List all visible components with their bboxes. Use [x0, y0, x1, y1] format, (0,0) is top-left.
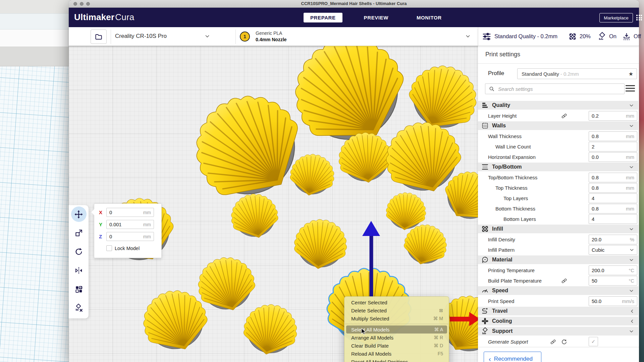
material-name: Generic PLA	[256, 30, 287, 37]
profile-sliders-icon	[482, 32, 492, 42]
menu-item-reload-all-models[interactable]: Reload All ModelsF5	[346, 350, 447, 358]
setting-row-wall-line-count: Wall Line Count2	[478, 142, 639, 152]
section-travel[interactable]: Travel	[478, 307, 638, 315]
axis-x-label: X	[99, 209, 106, 215]
scale-tool[interactable]	[71, 225, 87, 241]
model-shell[interactable]	[240, 300, 301, 359]
print-settings-summary[interactable]: Standard Quality - 0.2mm 20% On Off	[478, 27, 639, 46]
star-icon[interactable]: ★	[629, 71, 633, 77]
axis-z-input[interactable]: 0mm	[106, 232, 154, 241]
profile-dropdown[interactable]: Standard Quality - 0.2mm ★	[517, 68, 637, 79]
model-shell[interactable]	[287, 151, 338, 199]
section-quality[interactable]: Quality	[478, 101, 638, 110]
setting-input[interactable]: 0.2mm	[589, 111, 637, 121]
section-support[interactable]: Support	[478, 327, 638, 336]
per-model-icon	[74, 285, 83, 294]
section-material[interactable]: Material	[478, 255, 638, 264]
background-band	[0, 47, 70, 66]
apps-grid-icon[interactable]	[636, 15, 642, 20]
setting-input[interactable]: 50°C	[589, 276, 637, 286]
move-icon	[74, 210, 83, 219]
rotate-tool[interactable]	[71, 244, 87, 259]
menu-item-reset-all-model-positions[interactable]: Reset All Model Positions	[346, 358, 447, 362]
app-logo: UltimakerCura	[74, 12, 134, 22]
chevron-left-icon	[630, 309, 634, 314]
mirror-tool[interactable]	[71, 263, 87, 278]
menu-item-center-selected[interactable]: Center Selected	[346, 298, 447, 306]
section-cooling[interactable]: Cooling	[478, 317, 638, 325]
logo-light: Cura	[115, 12, 134, 22]
chevron-down-icon	[465, 34, 471, 38]
open-file-button[interactable]	[91, 29, 107, 44]
stage-tabs: PREPAREPREVIEWMONITOR	[304, 13, 448, 22]
travel-icon	[481, 307, 489, 315]
support-blocker-tool[interactable]	[71, 300, 87, 316]
chevron-down-icon	[629, 124, 634, 128]
setting-row-horizontal-expansion: Horizontal Expansion0.0mm	[478, 152, 639, 162]
viewport-3d[interactable]: X0mmY0.001mmZ0mm Lock Model Center Selec…	[69, 46, 478, 362]
support-blocker-icon	[74, 304, 83, 312]
lock-model-checkbox[interactable]	[106, 245, 112, 251]
settings-list: QualityLayer Height0.2mmWallsWall Thickn…	[478, 101, 639, 347]
menu-item-multiply-selected[interactable]: Multiply Selected⌘ M	[346, 314, 447, 322]
tab-monitor[interactable]: MONITOR	[410, 13, 448, 22]
tab-preview[interactable]: PREVIEW	[357, 13, 395, 22]
link-icon[interactable]	[550, 339, 556, 345]
setting-input[interactable]: 0.8mm	[589, 183, 637, 193]
support-icon	[597, 32, 607, 41]
menu-item-delete-selected[interactable]: Delete Selected⊠	[346, 306, 447, 314]
axis-y-input[interactable]: 0.001mm	[106, 220, 154, 229]
panel-pointer	[91, 209, 94, 215]
chevron-left-icon: ‹	[489, 353, 491, 362]
setting-input[interactable]: 0.8mm	[589, 173, 637, 182]
tab-prepare[interactable]: PREPARE	[304, 13, 342, 22]
chevron-down-icon	[205, 34, 210, 38]
settings-visibility-menu-icon[interactable]	[626, 85, 635, 92]
setting-row-wall-thickness: Wall Thickness0.8mm	[478, 131, 639, 141]
setting-input[interactable]: 4	[589, 193, 637, 203]
chevron-left-icon	[630, 319, 634, 324]
window-title: CCR10SPRO_Mermaid Hair Shells - Ultimake…	[69, 1, 639, 6]
setting-select[interactable]: Cubic	[589, 245, 637, 255]
setting-input[interactable]: 20.0%	[589, 235, 637, 244]
setting-row-generate-support: Generate Support✓	[478, 337, 639, 347]
move-tool[interactable]	[71, 206, 87, 222]
section-infill[interactable]: Infill	[478, 225, 638, 233]
chevron-down-icon	[629, 165, 634, 169]
section-top-bottom[interactable]: Top/Bottom	[478, 163, 638, 171]
setting-input[interactable]: 50.0mm/s	[589, 296, 637, 306]
link-icon[interactable]	[561, 113, 568, 119]
setting-input[interactable]: 2	[589, 142, 637, 152]
setting-input[interactable]: 0.0mm	[589, 152, 637, 162]
setting-input[interactable]: 4	[589, 214, 637, 224]
search-icon	[489, 86, 495, 92]
setting-row-printing-temperature: Printing Temperature200.0°C	[478, 265, 639, 275]
section-walls[interactable]: Walls	[478, 121, 638, 130]
setting-input[interactable]: 200.0°C	[589, 265, 637, 275]
move-handle-up-arrow[interactable]	[362, 221, 380, 236]
search-input[interactable]: Search settings	[485, 83, 625, 94]
chevron-down-icon	[629, 104, 634, 107]
marketplace-button[interactable]: Marketplace	[599, 13, 633, 22]
cura-window: CCR10SPRO_Mermaid Hair Shells - Ultimake…	[69, 0, 639, 362]
recommended-mode-button[interactable]: ‹ Recommended	[484, 352, 541, 362]
move-handle-z-stem[interactable]	[370, 234, 373, 297]
axis-y-label: Y	[99, 222, 106, 227]
background-band	[0, 0, 70, 13]
reset-icon[interactable]	[561, 339, 568, 345]
menu-item-clear-build-plate[interactable]: Clear Build Plate⌘ D	[346, 342, 447, 350]
setting-row-infill-density: Infill Density20.0%	[478, 235, 639, 244]
setting-input[interactable]: 0.8mm	[589, 204, 637, 214]
section-speed[interactable]: Speed	[478, 286, 638, 295]
model-shell[interactable]	[292, 217, 349, 272]
setting-checkbox[interactable]: ✓	[589, 337, 598, 346]
model-shell[interactable]	[227, 190, 282, 243]
graph-paper	[0, 66, 70, 362]
axis-x-input[interactable]: 0mm	[106, 208, 154, 217]
setting-input[interactable]: 0.8mm	[589, 131, 637, 141]
link-icon[interactable]	[561, 278, 568, 284]
chevron-down-icon	[629, 227, 634, 231]
per-model-settings-tool[interactable]	[71, 282, 87, 297]
setting-row-build-plate-temperature: Build Plate Temperature50°C	[478, 276, 639, 286]
move-handle-x-stem[interactable]	[450, 317, 469, 321]
